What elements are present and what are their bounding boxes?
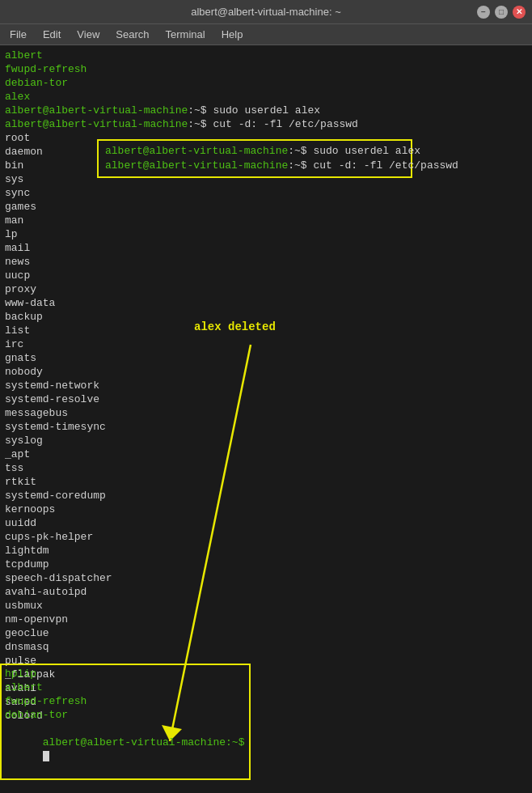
terminal-line: debian-tor (5, 76, 527, 90)
terminal-line: avahi (5, 681, 527, 695)
menu-view[interactable]: View (70, 27, 106, 42)
minimize-button[interactable]: − (477, 6, 490, 19)
terminal-line: tss (5, 461, 527, 475)
terminal-line: cups-pk-helper (5, 530, 527, 544)
terminal-line: proxy (5, 282, 527, 296)
terminal-line: systemd-coredump (5, 489, 527, 503)
menu-edit[interactable]: Edit (36, 27, 67, 42)
menu-bar: File Edit View Search Terminal Help (0, 24, 532, 45)
terminal-line: games (5, 200, 527, 214)
terminal-line: systemd-network (5, 379, 527, 392)
terminal-line: _flatpak (5, 668, 527, 681)
terminal-line: geoclue (5, 626, 527, 640)
terminal-line: messagebus (5, 406, 527, 420)
terminal-line: bin (5, 159, 527, 172)
menu-terminal[interactable]: Terminal (159, 27, 212, 42)
terminal-line: uucp (5, 269, 527, 282)
terminal-line: pulse (5, 654, 527, 668)
terminal-line: nm-openvpn (5, 613, 527, 626)
terminal-line: _apt (5, 447, 527, 461)
terminal-line: lp (5, 227, 527, 241)
terminal-line: albert@albert-virtual-machine:~$ sudo us… (5, 104, 527, 117)
terminal-line: rtkit (5, 475, 527, 489)
terminal-line: syslog (5, 434, 527, 447)
terminal-line: dnsmasq (5, 640, 527, 654)
close-button[interactable]: ✕ (513, 6, 526, 19)
menu-search[interactable]: Search (109, 27, 155, 42)
terminal-line: uuidd (5, 516, 527, 530)
window-title: albert@albert-virtual-machine: ~ (55, 6, 477, 18)
terminal-line: sync (5, 186, 527, 200)
terminal-line: albert (5, 49, 527, 62)
maximize-button[interactable]: □ (495, 6, 508, 19)
terminal-line: mail (5, 241, 527, 255)
terminal-line: nobody (5, 365, 527, 379)
terminal-line: man (5, 214, 527, 227)
terminal-line: irc (5, 337, 527, 351)
terminal-line: gnats (5, 351, 527, 365)
terminal-line: sys (5, 172, 527, 186)
terminal-line: saned (5, 695, 527, 709)
terminal-line: albert@albert-virtual-machine:~$ cut -d:… (5, 117, 527, 131)
svg-marker-1 (162, 725, 182, 741)
window-controls: − □ ✕ (477, 6, 526, 19)
terminal-line: news (5, 255, 527, 269)
terminal-line: root (5, 131, 527, 145)
terminal-area[interactable]: albert fwupd-refresh debian-tor alex alb… (0, 45, 532, 793)
terminal-line: usbmux (5, 599, 527, 613)
terminal-line: colord (5, 709, 527, 723)
terminal-line: backup (5, 310, 527, 324)
terminal-line: lightdm (5, 544, 527, 558)
terminal-line: tcpdump (5, 558, 527, 571)
bottom-prompt-line: albert@albert-virtual-machine:~$ (5, 722, 246, 777)
terminal-line: list (5, 324, 527, 337)
terminal-line: www-data (5, 296, 527, 310)
terminal-line: systemd-timesync (5, 420, 527, 434)
terminal-line: speech-dispatcher (5, 571, 527, 585)
terminal-line: avahi-autoipd (5, 585, 527, 599)
menu-help[interactable]: Help (215, 27, 250, 42)
menu-file[interactable]: File (3, 27, 33, 42)
title-bar: albert@albert-virtual-machine: ~ − □ ✕ (0, 0, 532, 24)
terminal-line: alex (5, 90, 527, 104)
terminal-line: kernoops (5, 503, 527, 516)
terminal-line: fwupd-refresh (5, 62, 527, 76)
terminal-cursor (43, 751, 49, 761)
terminal-line: systemd-resolve (5, 392, 527, 406)
terminal-line: daemon (5, 145, 527, 159)
